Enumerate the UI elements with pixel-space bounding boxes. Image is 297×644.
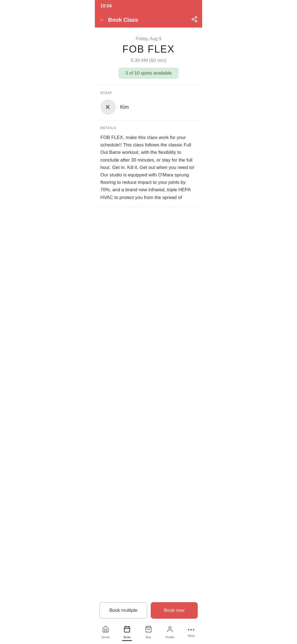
status-time: 10:04 <box>100 4 112 9</box>
back-icon[interactable]: ← <box>99 16 105 23</box>
header-left: ← Book Class <box>99 16 138 23</box>
staff-avatar: K <box>100 99 116 115</box>
details-section: DETAILS FOB FLEX, make this class work f… <box>95 121 202 207</box>
staff-section: STAFF K Kim <box>95 86 202 121</box>
share-icon[interactable] <box>191 16 198 24</box>
class-info-section: Friday, Aug 9 FOB FLEX 5:30 AM (60 min) … <box>95 28 202 86</box>
spots-badge: 3 of 10 spots available <box>119 68 178 79</box>
svg-line-4 <box>194 18 196 19</box>
staff-section-title: STAFF <box>100 91 197 95</box>
class-time: 5:30 AM (60 min) <box>100 58 197 63</box>
class-date: Friday, Aug 9 <box>100 36 197 41</box>
details-text: FOB FLEX, make this class work for your … <box>100 134 197 201</box>
staff-name: Kim <box>120 104 129 110</box>
header-title: Book Class <box>108 17 138 23</box>
svg-line-3 <box>194 20 196 21</box>
header: ← Book Class <box>95 12 202 28</box>
details-section-title: DETAILS <box>100 126 197 130</box>
status-bar: 10:04 <box>95 0 202 12</box>
content-area: Friday, Aug 9 FOB FLEX 5:30 AM (60 min) … <box>95 28 202 256</box>
staff-row: K Kim <box>100 99 197 115</box>
class-name: FOB FLEX <box>100 43 197 55</box>
